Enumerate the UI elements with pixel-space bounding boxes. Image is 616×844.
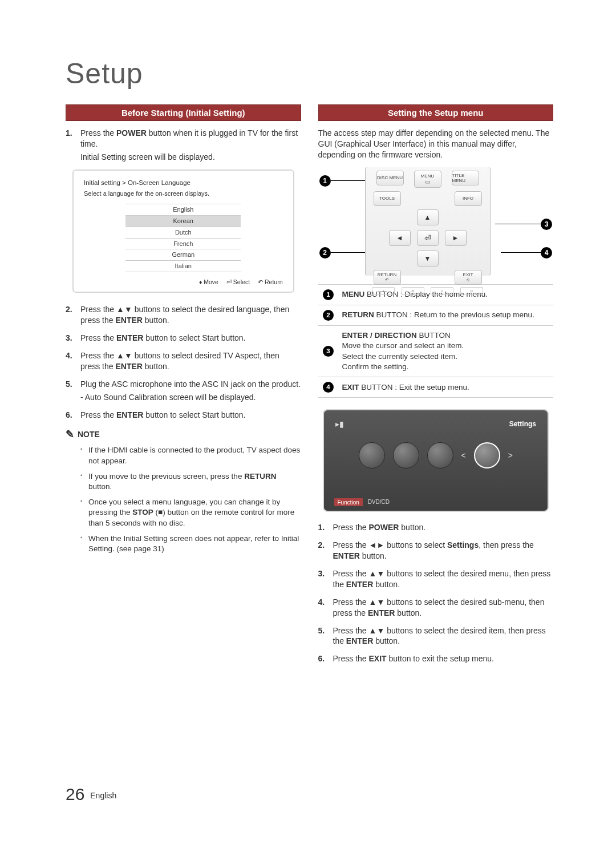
remote-tools-button: TOOLS: [374, 191, 401, 206]
table-row: 2RETURN BUTTON : Return to the previous …: [318, 305, 554, 325]
page-language: English: [90, 791, 116, 800]
callout-3: 3: [541, 219, 552, 230]
menu-icon-1: [359, 442, 385, 469]
function-tag: Function: [334, 498, 363, 506]
remote-disc-menu-button: DISC MENU: [376, 171, 404, 185]
note-heading: ✎ NOTE: [66, 428, 301, 441]
menu-icons-row: < >: [331, 442, 541, 469]
list-item: 2.Press the ▲▼ buttons to select the des…: [66, 304, 301, 326]
section-header-right: Setting the Setup menu: [318, 104, 554, 121]
remote-return-button: RETURN↶: [374, 270, 401, 285]
note-icon: ✎: [66, 428, 74, 441]
remote-enter-button: ⏎: [417, 230, 439, 246]
remote-right-button: ►: [445, 230, 467, 246]
notes-list: If the HDMI cable is connected to the pr…: [66, 445, 301, 554]
section-header-left: Before Starting (Initial Setting): [66, 104, 301, 121]
note-label: NOTE: [78, 430, 100, 439]
initial-setting-screenshot: Initial setting > On-Screen Language Sel…: [72, 169, 294, 293]
remote-exit-button: EXIT⎋: [455, 270, 482, 285]
remote-small-b: B: [402, 287, 424, 295]
list-item: When the Initial Setting screen does not…: [80, 534, 301, 554]
remote-left-button: ◄: [389, 230, 411, 246]
list-item: 4.Press the ▲▼ buttons to select desired…: [66, 350, 301, 372]
list-item: 1.Press the POWER button.: [318, 522, 554, 533]
function-value: DVD/CD: [368, 499, 390, 505]
callout-4: 4: [541, 247, 552, 259]
menu-icon-3: [427, 442, 453, 469]
right-column: Setting the Setup menu The access step m…: [318, 104, 554, 671]
menu-icon-2: [393, 442, 419, 469]
right-steps-list: 1.Press the POWER button.2.Press the ◄► …: [318, 522, 554, 664]
remote-up-button: ▲: [417, 209, 439, 225]
tv-footer: Function DVD/CD: [334, 499, 390, 505]
remote-down-button: ▼: [417, 251, 439, 266]
remote-body: DISC MENU MENU▭ TITLE MENU TOOLS INFO ▲ …: [365, 167, 491, 276]
list-item: 6.Press the EXIT button to exit the setu…: [318, 653, 554, 664]
page-number: 26: [66, 785, 84, 803]
left-arrow-icon: <: [461, 451, 466, 460]
list-item: 1.Press the POWER button when it is plug…: [66, 128, 301, 163]
remote-diagram: 1 2 3 4 DISC MENU MENU▭ TITLE MENU TOOLS…: [318, 167, 554, 278]
right-arrow-icon: >: [508, 451, 513, 460]
list-item: 5.Press the ▲▼ buttons to select the des…: [318, 625, 554, 647]
remote-menu-button: MENU▭: [414, 171, 441, 188]
right-intro: The access step may differ depending on …: [318, 128, 554, 160]
remote-small-a: A: [372, 287, 395, 295]
list-item: If the HDMI cable is connected to the pr…: [80, 445, 301, 466]
list-item: If you move to the previous screen, pres…: [80, 471, 301, 492]
callout-2: 2: [319, 247, 331, 259]
remote-title-menu-button: TITLE MENU: [452, 171, 479, 185]
columns: Before Starting (Initial Setting) 1.Pres…: [66, 104, 553, 671]
callout-1: 1: [319, 175, 331, 187]
page-footer: 26 English: [66, 785, 116, 804]
play-pause-icon: ▸▮: [335, 419, 344, 429]
button-description-table: 1MENU BUTTON : Display the home menu.2RE…: [318, 284, 554, 398]
table-row: 3ENTER / DIRECTION BUTTONMove the cursor…: [318, 326, 554, 377]
list-item: 6.Press the ENTER button to select Start…: [66, 410, 301, 421]
settings-label: Settings: [509, 420, 536, 428]
list-item: 3.Press the ENTER button to select Start…: [66, 333, 301, 344]
page-title: Setup: [66, 57, 553, 90]
list-item: 2.Press the ◄► buttons to select Setting…: [318, 540, 554, 562]
left-column: Before Starting (Initial Setting) 1.Pres…: [66, 104, 301, 671]
list-item: 4.Press the ▲▼ buttons to select the des…: [318, 597, 554, 619]
menu-icon-settings: [474, 442, 500, 469]
remote-small-c: C: [431, 287, 453, 295]
remote-small-d: D: [460, 287, 483, 295]
table-row: 4EXIT BUTTON : Exit the setup menu.: [318, 377, 554, 398]
list-item: 5.Plug the ASC microphone into the ASC I…: [66, 379, 301, 403]
left-steps-list: 1.Press the POWER button when it is plug…: [66, 128, 301, 420]
remote-info-button: INFO: [455, 191, 482, 206]
tv-screenshot: ▸▮ Settings < > Function DVD/CD: [323, 409, 549, 512]
list-item: Once you select a menu language, you can…: [80, 497, 301, 528]
list-item: 3.Press the ▲▼ buttons to select the des…: [318, 568, 554, 590]
